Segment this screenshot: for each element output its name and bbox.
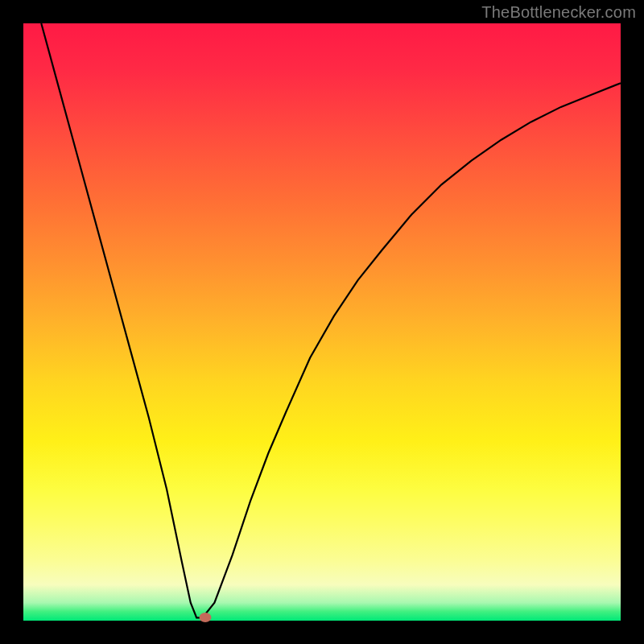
attribution-text: TheBottlenecker.com <box>481 3 636 22</box>
plot-area <box>23 23 621 621</box>
chart-container: TheBottlenecker.com <box>0 0 644 644</box>
curve-svg <box>23 23 621 621</box>
bottleneck-curve <box>41 23 621 617</box>
optimal-point-marker <box>200 613 212 622</box>
